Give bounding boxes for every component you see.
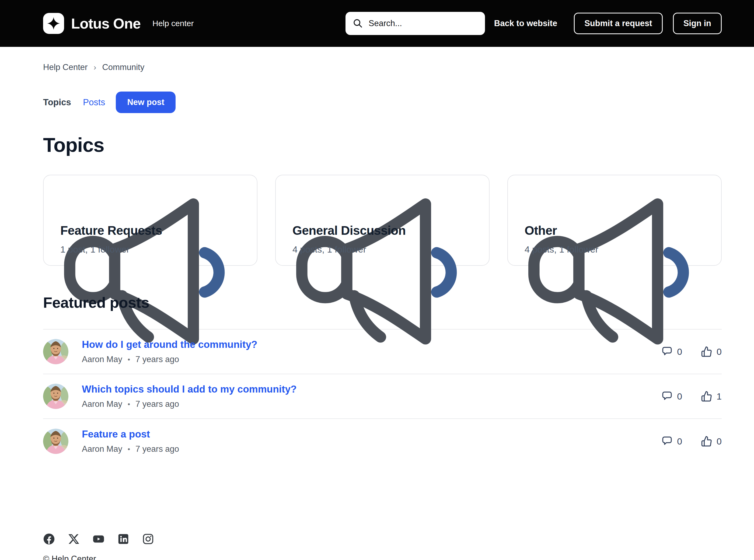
page-title: Topics bbox=[43, 134, 722, 156]
new-post-button[interactable]: New post bbox=[116, 92, 176, 113]
post-meta: Aaron May • 7 years ago bbox=[82, 355, 661, 364]
megaphone-icon bbox=[524, 191, 705, 216]
topic-cards: Feature Requests 1 post, 1 follower Gene… bbox=[43, 175, 722, 266]
footer: © Help Center bbox=[0, 533, 754, 560]
post-stats: 0 1 bbox=[661, 391, 722, 402]
post-author: Aaron May bbox=[82, 355, 122, 364]
comment-count: 0 bbox=[677, 346, 682, 357]
main-content: Help Center › Community Topics Posts New… bbox=[0, 62, 754, 464]
tab-posts[interactable]: Posts bbox=[83, 97, 105, 107]
like-count: 1 bbox=[717, 391, 722, 402]
thumbs-up-icon bbox=[701, 391, 712, 402]
avatar bbox=[43, 384, 68, 409]
back-to-website-link[interactable]: Back to website bbox=[494, 19, 557, 28]
brand-name: Lotus One bbox=[71, 15, 141, 32]
comments-stat: 0 bbox=[661, 436, 682, 447]
brand-logo[interactable] bbox=[43, 13, 64, 34]
breadcrumb-help-center[interactable]: Help Center bbox=[43, 62, 87, 72]
facebook-icon[interactable] bbox=[43, 533, 55, 545]
breadcrumb: Help Center › Community bbox=[43, 62, 722, 72]
linkedin-icon[interactable] bbox=[117, 533, 129, 545]
search-input[interactable] bbox=[369, 19, 478, 28]
post-stats: 0 0 bbox=[661, 346, 722, 357]
post-title-link[interactable]: Which topics should I add to my communit… bbox=[82, 384, 297, 395]
post-row: Which topics should I add to my communit… bbox=[43, 374, 722, 419]
submit-request-button[interactable]: Submit a request bbox=[574, 13, 663, 34]
meta-dot-separator: • bbox=[127, 355, 130, 364]
likes-stat: 0 bbox=[701, 346, 722, 357]
post-title-link[interactable]: How do I get around the community? bbox=[82, 339, 257, 350]
meta-dot-separator: • bbox=[127, 445, 130, 453]
comments-stat: 0 bbox=[661, 346, 682, 357]
likes-stat: 1 bbox=[701, 391, 722, 402]
sign-in-button[interactable]: Sign in bbox=[673, 13, 722, 34]
top-nav-bar: Lotus One Help center Back to website Su… bbox=[0, 0, 754, 47]
thumbs-up-icon bbox=[701, 346, 712, 357]
topic-card-feature-requests[interactable]: Feature Requests 1 post, 1 follower bbox=[43, 175, 257, 266]
avatar bbox=[43, 339, 68, 364]
search-icon bbox=[353, 18, 363, 29]
topic-card-other[interactable]: Other 4 posts, 1 follower bbox=[507, 175, 722, 266]
megaphone-icon bbox=[60, 191, 240, 216]
social-links bbox=[43, 533, 722, 545]
help-center-label: Help center bbox=[153, 19, 194, 28]
post-age: 7 years ago bbox=[136, 444, 179, 454]
community-page: Lotus One Help center Back to website Su… bbox=[0, 0, 754, 560]
like-count: 0 bbox=[717, 346, 722, 357]
comment-icon bbox=[661, 346, 673, 357]
sparkle-star-icon bbox=[46, 16, 61, 31]
post-stats: 0 0 bbox=[661, 436, 722, 447]
thumbs-up-icon bbox=[701, 436, 712, 447]
instagram-icon[interactable] bbox=[142, 533, 154, 545]
megaphone-icon bbox=[293, 191, 472, 216]
featured-posts-list: How do I get around the community? Aaron… bbox=[43, 329, 722, 464]
comment-icon bbox=[661, 436, 673, 447]
youtube-icon[interactable] bbox=[93, 533, 104, 545]
post-author: Aaron May bbox=[82, 399, 122, 409]
tab-topics[interactable]: Topics bbox=[43, 97, 71, 107]
comment-icon bbox=[661, 391, 673, 402]
post-title-link[interactable]: Feature a post bbox=[82, 428, 150, 440]
like-count: 0 bbox=[717, 436, 722, 447]
meta-dot-separator: • bbox=[127, 400, 130, 408]
post-meta: Aaron May • 7 years ago bbox=[82, 399, 661, 409]
copyright-text: © Help Center bbox=[43, 554, 722, 560]
post-author: Aaron May bbox=[82, 444, 122, 454]
post-meta: Aaron May • 7 years ago bbox=[82, 444, 661, 454]
comment-count: 0 bbox=[677, 436, 682, 447]
post-age: 7 years ago bbox=[136, 399, 179, 409]
likes-stat: 0 bbox=[701, 436, 722, 447]
search-bar[interactable] bbox=[345, 12, 485, 35]
x-icon[interactable] bbox=[68, 533, 80, 545]
topic-card-general-discussion[interactable]: General Discussion 4 posts, 1 follower bbox=[275, 175, 490, 266]
breadcrumb-separator-icon: › bbox=[94, 63, 96, 72]
community-tabs: Topics Posts New post bbox=[43, 92, 722, 113]
post-age: 7 years ago bbox=[136, 355, 179, 364]
breadcrumb-community: Community bbox=[102, 62, 144, 72]
comments-stat: 0 bbox=[661, 391, 682, 402]
comment-count: 0 bbox=[677, 391, 682, 402]
avatar bbox=[43, 428, 68, 454]
post-row: Feature a post Aaron May • 7 years ago 0 bbox=[43, 419, 722, 464]
